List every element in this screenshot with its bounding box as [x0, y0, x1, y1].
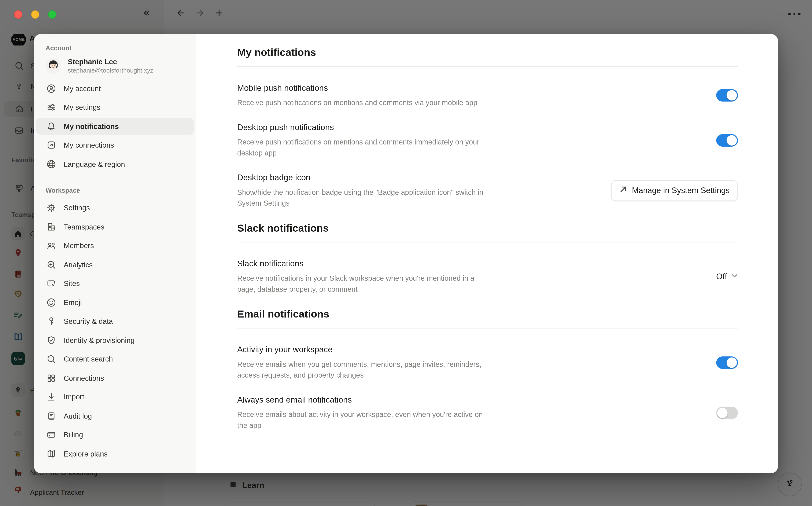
setting-title: Slack notifications [237, 258, 474, 269]
settings-sidebar-item-identity-provisioning[interactable]: Identity & provisioning [36, 332, 194, 349]
settings-content: My notifications Mobile push notificatio… [196, 34, 778, 473]
browser-cursor-icon [46, 278, 57, 288]
setting-row-desktop-badge: Desktop badge icon Show/hide the notific… [237, 172, 738, 209]
user-circle-icon [46, 83, 57, 93]
setting-description: Receive notifications in your Slack work… [237, 273, 474, 295]
setting-row-workspace-activity: Activity in your workspace Receive email… [237, 344, 738, 381]
settings-sidebar-item-my-account[interactable]: My account [36, 80, 194, 97]
user-email: stephanie@toolsforthought.xyz [68, 66, 153, 75]
settings-sidebar-item-connections[interactable]: Connections [36, 369, 194, 387]
grid-icon [46, 373, 57, 383]
download-arrow-icon [46, 392, 57, 402]
key-icon [46, 316, 57, 326]
workspace-section-header: Workspace [46, 187, 196, 194]
settings-sidebar-item-my-settings[interactable]: My settings [36, 99, 194, 116]
chevron-down-icon [731, 272, 738, 281]
smiley-icon [46, 297, 57, 307]
setting-title: Desktop push notifications [237, 122, 479, 133]
settings-sidebar-item-security-data[interactable]: Security & data [36, 313, 194, 330]
setting-row-desktop-push: Desktop push notifications Receive push … [237, 122, 738, 159]
settings-sidebar-item-members[interactable]: Members [36, 237, 194, 254]
setting-description: Receive push notifications on mentions a… [237, 97, 478, 108]
settings-sidebar-item-my-notifications[interactable]: My notifications [36, 117, 194, 135]
shield-check-icon [46, 335, 57, 345]
mobile-push-toggle[interactable] [716, 89, 738, 101]
workspace-activity-toggle[interactable] [716, 356, 738, 369]
settings-sidebar-item-audit-log[interactable]: Audit log [36, 407, 194, 424]
minimize-window-button[interactable] [31, 10, 39, 19]
credit-card-icon [46, 429, 57, 440]
settings-sidebar-item-my-connections[interactable]: My connections [36, 137, 194, 154]
divider [237, 328, 738, 328]
setting-title: Activity in your workspace [237, 344, 482, 355]
buildings-icon [46, 222, 57, 232]
close-window-button[interactable] [14, 10, 22, 19]
divider [237, 242, 738, 242]
bell-icon [46, 121, 57, 132]
settings-sidebar-item-language-region[interactable]: Language & region [36, 156, 194, 173]
setting-description: Show/hide the notification badge using t… [237, 187, 483, 209]
section-email-notifications: Email notifications Activity in your wor… [237, 308, 738, 431]
screen: ACME A Search Notion AI Home Inbox Favor… [0, 0, 812, 506]
account-user: Stephanie Lee stephanie@toolsforthought.… [46, 57, 196, 75]
always-send-email-toggle[interactable] [716, 406, 738, 419]
scroll-icon [46, 411, 57, 421]
settings-sidebar-item-import[interactable]: Import [36, 389, 194, 406]
desktop-push-toggle[interactable] [716, 134, 738, 146]
divider [237, 66, 738, 67]
sliders-icon [46, 102, 57, 112]
section-title: Email notifications [237, 308, 738, 320]
avatar [46, 58, 61, 73]
settings-dialog: Account Stephanie Lee stephanie@toolsfor… [34, 34, 778, 473]
setting-title: Always send email notifications [237, 394, 483, 406]
map-icon [46, 448, 57, 459]
settings-sidebar-item-sites[interactable]: Sites [36, 275, 194, 292]
globe-icon [46, 159, 57, 169]
settings-sidebar-item-settings[interactable]: Settings [36, 199, 194, 217]
settings-sidebar-item-explore-plans[interactable]: Explore plans [36, 445, 194, 462]
settings-sidebar-item-teamspaces[interactable]: Teamspaces [36, 218, 194, 235]
settings-sidebar-item-content-search[interactable]: Content search [36, 350, 194, 368]
settings-sidebar-item-analytics[interactable]: Analytics [36, 256, 194, 273]
setting-description: Receive emails about activity in your wo… [237, 409, 483, 431]
setting-title: Desktop badge icon [237, 172, 483, 183]
setting-row-mobile-push: Mobile push notifications Receive push n… [237, 82, 738, 108]
settings-sidebar-item-billing[interactable]: Billing [36, 426, 194, 443]
user-name: Stephanie Lee [68, 57, 153, 66]
manage-system-settings-button[interactable]: Manage in System Settings [611, 180, 738, 201]
settings-sidebar-item-emoji[interactable]: Emoji [36, 294, 194, 311]
setting-row-always-send-email: Always send email notifications Receive … [237, 394, 738, 431]
setting-title: Mobile push notifications [237, 82, 478, 94]
setting-row-slack: Slack notifications Receive notification… [237, 258, 738, 295]
section-my-notifications: My notifications Mobile push notificatio… [237, 47, 738, 209]
gear-icon [46, 203, 57, 213]
setting-description: Receive emails when you get comments, me… [237, 359, 482, 381]
section-title: My notifications [237, 47, 738, 58]
setting-description: Receive push notifications on mentions a… [237, 137, 479, 159]
people-icon [46, 240, 57, 251]
zoom-window-button[interactable] [48, 10, 57, 19]
settings-sidebar: Account Stephanie Lee stephanie@toolsfor… [34, 34, 196, 473]
search-icon [46, 354, 57, 364]
account-section-header: Account [46, 45, 196, 52]
arrow-up-right-square-icon [46, 140, 57, 150]
slack-notifications-select[interactable]: Off [716, 272, 738, 281]
section-slack-notifications: Slack notifications Slack notifications … [237, 222, 738, 295]
arrow-up-right-icon [620, 185, 627, 195]
section-title: Slack notifications [237, 222, 738, 234]
magnifier-plus-icon [46, 259, 57, 270]
